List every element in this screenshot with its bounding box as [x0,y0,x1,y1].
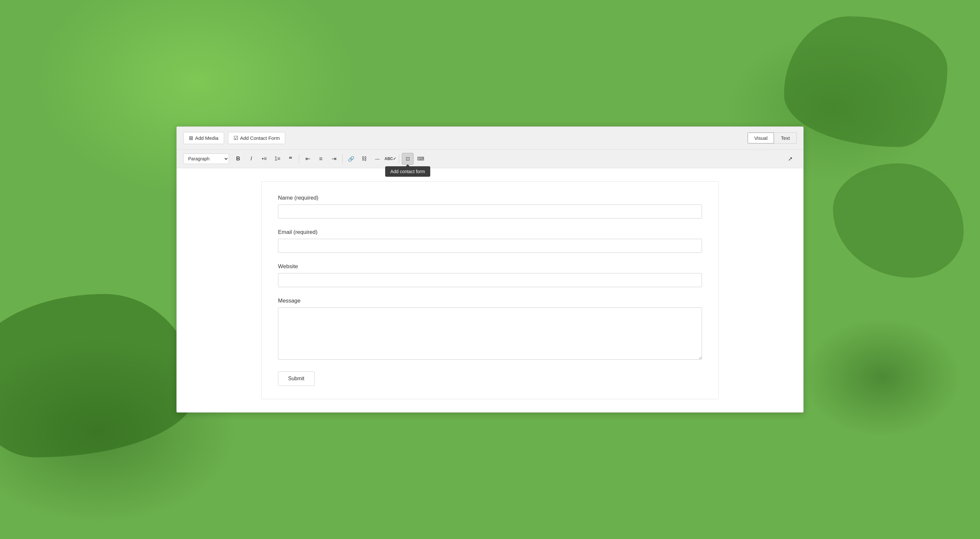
fullscreen-button[interactable]: ➚ [784,153,797,165]
submit-button[interactable]: Submit [278,371,315,386]
unordered-list-button[interactable]: •≡ [258,153,270,165]
name-field-group: Name (required) [278,195,702,219]
ordered-list-button[interactable]: 1≡ [272,153,283,165]
toolbar-top: ⊞ Add Media ☑ Add Contact Form Visual Te… [177,127,803,149]
toolbar-divider-1 [299,154,299,163]
toolbar-format: Paragraph Heading 1 Heading 2 Heading 3 … [177,149,803,168]
align-left-button[interactable]: ⇤ [302,153,313,165]
submit-field-group: Submit [278,371,702,386]
unlink-button[interactable]: ⛓ [358,153,370,165]
message-textarea[interactable] [278,307,702,360]
visual-tab-button[interactable]: Visual [748,132,775,144]
message-label: Message [278,297,702,304]
keyboard-shortcuts-button[interactable]: ⌨ [415,153,426,165]
bold-button[interactable]: B [232,153,244,165]
paragraph-select[interactable]: Paragraph Heading 1 Heading 2 Heading 3 [183,154,229,164]
align-center-button[interactable]: ≡ [315,153,327,165]
email-label: Email (required) [278,229,702,235]
website-label: Website [278,263,702,270]
add-contact-form-button[interactable]: ☑ Add Contact Form [228,132,285,144]
insert-link-button[interactable]: 🔗 [345,153,357,165]
toolbar-top-left: ⊞ Add Media ☑ Add Contact Form [183,132,285,144]
form-wrapper: Name (required) Email (required) Website… [261,181,719,399]
contact-form-icon: ☑ [234,135,238,141]
fullscreen-icon: ➚ [788,155,793,162]
add-media-label: Add Media [195,135,218,141]
hr-button[interactable]: ― [371,153,383,165]
message-field-group: Message [278,297,702,361]
italic-button[interactable]: I [245,153,257,165]
text-tab-button[interactable]: Text [774,132,797,144]
editor-container: ⊞ Add Media ☑ Add Contact Form Visual Te… [177,126,803,413]
email-input[interactable] [278,239,702,253]
spellcheck-button[interactable]: ABC✓ [385,153,396,165]
name-label: Name (required) [278,195,702,201]
blockquote-button[interactable]: ❝ [285,153,296,165]
contact-form-toolbar-button[interactable]: ⊡ Add contact form [402,153,414,165]
view-tabs: Visual Text [748,132,797,144]
content-area: Name (required) Email (required) Website… [177,168,803,412]
toolbar-divider-2 [342,154,343,163]
align-right-button[interactable]: ⇥ [328,153,340,165]
media-icon: ⊞ [189,135,193,141]
add-media-button[interactable]: ⊞ Add Media [183,132,224,144]
website-input[interactable] [278,273,702,287]
website-field-group: Website [278,263,702,287]
name-input[interactable] [278,205,702,219]
email-field-group: Email (required) [278,229,702,253]
toolbar-divider-3 [399,154,399,163]
add-contact-form-label: Add Contact Form [240,135,280,141]
